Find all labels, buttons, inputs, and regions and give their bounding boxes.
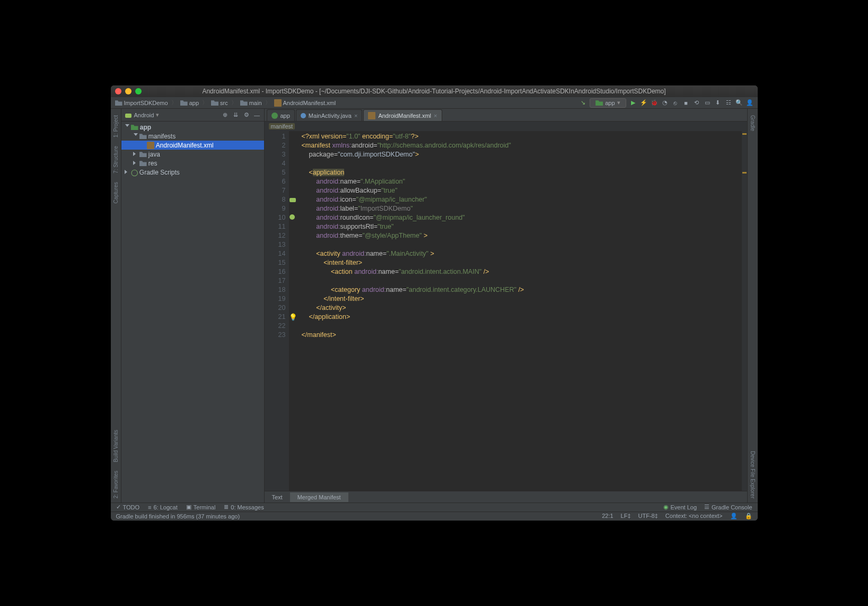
logcat-tool-button[interactable]: ≡ 6: Logcat <box>148 504 178 510</box>
module-icon <box>595 99 603 107</box>
folder-icon <box>115 99 122 107</box>
gradle-icon: ◯ <box>131 169 138 176</box>
line-separator[interactable]: LF‡ <box>621 513 631 520</box>
breadcrumb-label: app <box>189 100 199 106</box>
tree-node-app[interactable]: app <box>121 123 264 132</box>
close-tab-icon[interactable]: × <box>434 112 437 119</box>
close-window-button[interactable] <box>115 88 121 94</box>
run-icon[interactable]: ▶ <box>629 99 637 107</box>
tab-label: MainActivity.java <box>309 112 352 119</box>
editor-tab-manifest[interactable]: AndroidManifest.xml× <box>363 109 442 121</box>
navigation-bar: ImportSDKDemo〉 app〉 src〉 main〉 AndroidMa… <box>111 97 758 109</box>
build-variants-tool-button[interactable]: Build Variants <box>113 430 119 462</box>
code-editor[interactable]: 1234567891011121314151617181920212223 💡 … <box>265 131 747 491</box>
avd-manager-icon[interactable]: ▭ <box>704 99 711 107</box>
run-config-selector[interactable]: app▾ <box>590 98 626 108</box>
event-log-button[interactable]: ◉ Event Log <box>663 504 697 510</box>
text-tab[interactable]: Text <box>265 492 290 502</box>
marker-strip[interactable] <box>742 131 747 491</box>
collapse-all-icon[interactable]: ⇊ <box>232 111 240 119</box>
svg-point-2 <box>290 214 295 220</box>
make-project-icon[interactable]: ↘ <box>579 99 586 107</box>
project-view-label[interactable]: Android <box>134 112 154 118</box>
breadcrumb-item[interactable]: main <box>240 99 262 107</box>
tree-label: app <box>140 124 151 131</box>
breadcrumb-item[interactable]: ImportSDKDemo <box>115 99 168 107</box>
breadcrumb-item[interactable]: AndroidManifest.xml <box>274 99 336 107</box>
context-indicator[interactable]: Context: <no context> <box>665 513 723 520</box>
svg-rect-1 <box>290 198 296 202</box>
editor-bottom-tabs: Text Merged Manifest <box>265 491 747 503</box>
tree-node-res[interactable]: res <box>121 159 264 168</box>
project-panel-header: Android ▾ ⊕ ⇊ ⚙ — <box>121 109 264 122</box>
profile-icon[interactable]: ◔ <box>661 99 669 107</box>
folder-icon <box>240 99 248 107</box>
todo-tool-button[interactable]: ✓ TODO <box>116 504 140 510</box>
folder-icon <box>211 99 218 107</box>
breadcrumb-label: main <box>249 100 262 106</box>
sdk-manager-icon[interactable]: ⬇ <box>714 99 722 107</box>
project-tool-button[interactable]: 1: Project <box>113 115 119 137</box>
lock-icon[interactable]: 🔒 <box>745 513 752 520</box>
sync-icon[interactable]: ⟲ <box>693 99 700 107</box>
window-title: AndroidManifest.xml - ImportSDKDemo - [~… <box>111 88 758 95</box>
apply-changes-icon[interactable]: ⚡ <box>640 99 647 107</box>
module-icon <box>271 112 278 119</box>
inspection-indicator[interactable]: 👤 <box>730 513 738 520</box>
tree-label: AndroidManifest.xml <box>156 142 214 149</box>
device-file-explorer-button[interactable]: Device File Explorer <box>750 451 756 498</box>
folder-icon <box>139 151 147 158</box>
breadcrumb-item[interactable]: app <box>180 99 199 107</box>
editor-tab-main-activity[interactable]: MainActivity.java× <box>296 109 363 121</box>
caret-position[interactable]: 22:1 <box>602 513 613 520</box>
settings-icon[interactable]: ⚙ <box>243 111 250 119</box>
structure-tool-button[interactable]: 7: Structure <box>113 146 119 174</box>
search-icon[interactable]: 🔍 <box>735 99 743 107</box>
status-message: Gradle build finished in 956ms (37 minut… <box>116 513 240 520</box>
right-tool-rail: Gradle Device File Explorer <box>747 109 758 503</box>
favorites-tool-button[interactable]: 2: Favorites <box>113 471 119 498</box>
tree-node-gradle-scripts[interactable]: ◯ Gradle Scripts <box>121 168 264 177</box>
close-tab-icon[interactable]: × <box>354 112 357 119</box>
hide-panel-icon[interactable]: — <box>253 111 261 119</box>
project-structure-icon[interactable]: ☷ <box>725 99 732 107</box>
gutter-icon-round[interactable] <box>289 214 296 221</box>
editor-tab-app[interactable]: app <box>267 109 295 121</box>
folder-icon <box>180 99 188 107</box>
breadcrumb-label: ImportSDKDemo <box>124 100 168 106</box>
stop-icon[interactable]: ■ <box>682 99 690 107</box>
tree-node-manifests[interactable]: manifests <box>121 132 264 141</box>
breadcrumb-label: AndroidManifest.xml <box>283 100 336 106</box>
title-bar: AndroidManifest.xml - ImportSDKDemo - [~… <box>111 85 758 97</box>
crumb-item[interactable]: manifest <box>269 123 295 129</box>
tree-node-manifest-file[interactable]: AndroidManifest.xml <box>121 141 264 150</box>
editor-tabs: app MainActivity.java× AndroidManifest.x… <box>265 109 747 122</box>
merged-manifest-tab[interactable]: Merged Manifest <box>290 492 348 502</box>
attach-icon[interactable]: ⎋ <box>672 99 679 107</box>
run-config-label: app <box>605 100 615 106</box>
gradle-tool-button[interactable]: Gradle <box>750 115 756 131</box>
terminal-tool-button[interactable]: ▣ Terminal <box>186 504 216 510</box>
gutter-icon-android[interactable] <box>289 196 296 203</box>
tab-label: AndroidManifest.xml <box>378 112 431 119</box>
folder-icon <box>139 160 147 167</box>
tree-label: java <box>148 151 160 158</box>
zoom-window-button[interactable] <box>135 88 142 94</box>
scroll-from-source-icon[interactable]: ⊕ <box>222 111 229 119</box>
left-tool-rail: 1: Project 7: Structure Captures Build V… <box>111 109 121 503</box>
file-encoding[interactable]: UTF-8‡ <box>638 513 658 520</box>
java-file-icon <box>301 113 306 118</box>
minimize-window-button[interactable] <box>125 88 131 94</box>
debug-icon[interactable]: 🐞 <box>651 99 658 107</box>
window-controls <box>115 88 142 94</box>
captures-tool-button[interactable]: Captures <box>113 182 119 204</box>
gradle-console-button[interactable]: ☰ Gradle Console <box>704 504 752 510</box>
gutter-icon-bulb[interactable]: 💡 <box>289 313 296 321</box>
user-icon[interactable]: 👤 <box>746 99 753 107</box>
breadcrumb-item[interactable]: src <box>211 99 228 107</box>
file-icon <box>147 142 154 149</box>
tree-node-java[interactable]: java <box>121 150 264 159</box>
tree-label: manifests <box>148 133 176 140</box>
messages-tool-button[interactable]: ≣ 0: Messages <box>224 504 264 510</box>
code-content[interactable]: <?xml version="1.0" encoding="utf-8"?> <… <box>289 131 742 491</box>
